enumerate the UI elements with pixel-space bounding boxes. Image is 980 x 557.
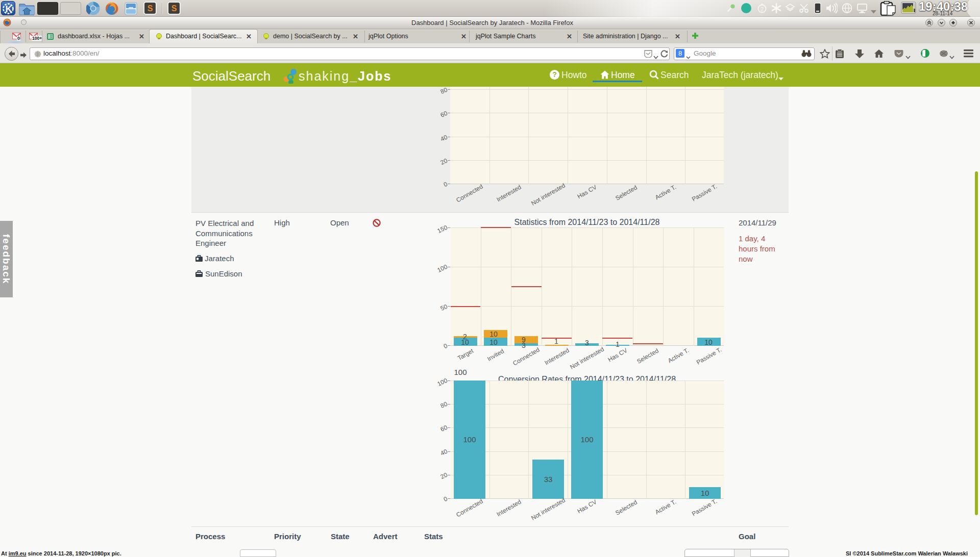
svg-text:2: 2 <box>761 6 764 12</box>
svg-text:K: K <box>6 4 12 14</box>
svg-text:S: S <box>172 4 177 13</box>
svg-text:S: S <box>148 4 153 13</box>
